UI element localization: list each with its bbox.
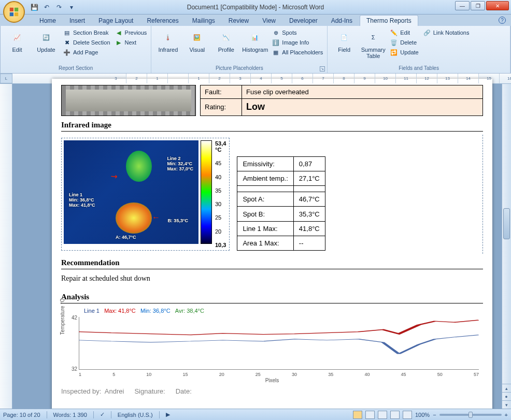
proofing-icon[interactable]: ✓ xyxy=(100,411,105,418)
sigma-icon: Σ xyxy=(365,29,381,46)
visual-icon: 🖼️ xyxy=(189,29,205,46)
rating-label: Rating: xyxy=(201,98,242,115)
qat-dropdown-icon[interactable]: ▾ xyxy=(66,2,77,12)
previous-button[interactable]: ◀Previous xyxy=(113,28,148,37)
visual-button[interactable]: 🖼️Visual xyxy=(183,28,210,54)
maximize-button[interactable]: ❐ xyxy=(471,1,485,10)
quick-access-toolbar: 💾 ↶ ↷ ▾ xyxy=(29,2,77,12)
infrared-icon: 🌡️ xyxy=(160,29,176,46)
infrared-button[interactable]: 🌡️Infrared xyxy=(154,28,181,54)
infrared-placeholder[interactable]: Line 2 Min: 32,4°C Max: 37,0°C Line 1 Mi… xyxy=(61,138,230,251)
recommendation-title: Recommendation xyxy=(61,257,483,269)
edit-chart-icon: 📈 xyxy=(9,29,25,46)
undo-icon[interactable]: ↶ xyxy=(41,2,52,12)
vertical-ruler[interactable] xyxy=(0,84,12,409)
group-report-section: Report Section xyxy=(4,65,148,72)
link-notations-button[interactable]: 🔗Link Notations xyxy=(422,28,471,37)
footer-row: Inspected by: Andrei Signature: Date: xyxy=(61,387,483,395)
update-button[interactable]: 🔄Update xyxy=(33,28,60,54)
delete-field-button[interactable]: 🗑️Delete xyxy=(389,38,419,47)
chart-xticks: 1510152025303540455057 xyxy=(79,372,479,377)
color-scale-bar xyxy=(201,140,212,244)
browse-object-icon[interactable]: ● xyxy=(502,392,511,400)
status-page[interactable]: Page: 10 of 20 xyxy=(3,412,40,418)
page[interactable]: Fault:Fuse clip overheated Rating:Low In… xyxy=(52,79,492,411)
line2-label: Line 2 Min: 32,4°C Max: 37,0°C xyxy=(167,156,193,171)
tab-insert[interactable]: Insert xyxy=(63,16,91,26)
help-icon[interactable]: ? xyxy=(499,17,506,24)
spot-b-label: B: 35,3°C xyxy=(167,218,188,223)
tab-add-ins[interactable]: Add-Ins xyxy=(325,16,359,26)
document-area[interactable]: Fault:Fuse clip overheated Rating:Low In… xyxy=(0,84,511,409)
full-screen-view-button[interactable] xyxy=(365,411,375,419)
field-button[interactable]: 📄Field xyxy=(331,28,358,54)
next-page-icon[interactable]: ▾ xyxy=(502,400,511,409)
web-layout-view-button[interactable] xyxy=(378,411,387,419)
macro-icon[interactable]: ▶ xyxy=(166,411,170,418)
zoom-slider[interactable] xyxy=(439,414,502,416)
tab-view[interactable]: View xyxy=(256,16,282,26)
histogram-icon: 📊 xyxy=(247,29,263,46)
section-break-button[interactable]: ▤Section Break xyxy=(62,28,111,37)
svg-rect-0 xyxy=(10,8,13,11)
save-icon[interactable]: 💾 xyxy=(29,2,39,12)
zoom-out-button[interactable]: − xyxy=(433,412,436,418)
edit-field-button[interactable]: ✏️Edit xyxy=(389,28,419,37)
spots-button[interactable]: ⊕Spots xyxy=(271,28,324,37)
chart-legend: Line 1 Max: 41,8°C Min: 36,8°C Avr: 38,4… xyxy=(84,308,481,314)
office-button[interactable] xyxy=(3,1,25,23)
all-placeholders-button[interactable]: ▦All Placeholders xyxy=(271,48,324,57)
delete-section-button[interactable]: ✖Delete Section xyxy=(62,38,111,47)
visual-photo xyxy=(61,85,196,116)
chart-xlabel: Pixels xyxy=(265,378,279,383)
zoom-in-button[interactable]: + xyxy=(505,412,508,418)
histogram-button[interactable]: 📊Histogram xyxy=(242,28,268,54)
vertical-scrollbar[interactable]: ▴ ● ▾ xyxy=(502,84,511,409)
chart-lines xyxy=(79,317,479,370)
draft-view-button[interactable] xyxy=(403,411,412,419)
next-button[interactable]: ▶Next xyxy=(113,38,148,47)
delete-section-icon: ✖ xyxy=(63,38,71,47)
tab-home[interactable]: Home xyxy=(33,16,62,26)
minimize-button[interactable]: — xyxy=(455,1,470,10)
previous-icon: ◀ xyxy=(115,28,123,37)
scrollbar-thumb[interactable] xyxy=(503,208,510,239)
update-field-button[interactable]: 🔁Update xyxy=(389,48,419,57)
add-page-button[interactable]: ➕Add Page xyxy=(62,48,111,57)
tab-developer[interactable]: Developer xyxy=(283,16,324,26)
status-language[interactable]: English (U.S.) xyxy=(118,412,153,418)
spot-a-label: A: 46,7°C xyxy=(116,235,136,240)
close-button[interactable]: ✕ xyxy=(486,1,509,10)
fault-value: Fuse clip overheated xyxy=(242,85,483,99)
delete-icon: 🗑️ xyxy=(390,38,398,47)
title-bar: 💾 ↶ ↷ ▾ Document1 [Compatibility Mode] -… xyxy=(0,0,511,15)
spots-icon: ⊕ xyxy=(272,28,280,37)
tab-page-layout[interactable]: Page Layout xyxy=(92,16,139,26)
outline-view-button[interactable] xyxy=(390,411,400,419)
group-picture-placeholders: Picture Placeholders↘ xyxy=(154,65,324,72)
measurement-table: Emissivity:0,87 Ambient temp.:27,1°C Spo… xyxy=(237,156,325,251)
print-layout-view-button[interactable] xyxy=(353,411,362,419)
group-fields-tables: Fields and Tables xyxy=(331,65,507,72)
tab-mailings[interactable]: Mailings xyxy=(186,16,221,26)
edit-button[interactable]: 📈Edit xyxy=(4,28,31,54)
redo-icon[interactable]: ↷ xyxy=(54,2,64,12)
launcher-icon[interactable]: ↘ xyxy=(320,66,325,71)
tab-review[interactable]: Review xyxy=(222,16,255,26)
tab-references[interactable]: References xyxy=(140,16,184,26)
pencil-icon: ✏️ xyxy=(390,28,398,37)
infrared-title: Infrared image xyxy=(61,119,483,132)
prev-page-icon[interactable]: ▴ xyxy=(502,384,511,392)
arrow-icon: ← xyxy=(152,213,160,222)
summary-table-button[interactable]: ΣSummary Table xyxy=(360,28,387,60)
profile-button[interactable]: 📉Profile xyxy=(212,28,239,54)
recommendation-text: Repair at scheduled shut down xyxy=(61,269,483,288)
image-info-button[interactable]: ℹ️Image Info xyxy=(271,38,324,47)
status-bar: Page: 10 of 20 Words: 1 390 ✓ English (U… xyxy=(0,409,511,420)
svg-rect-2 xyxy=(10,12,13,16)
status-words[interactable]: Words: 1 390 xyxy=(53,412,87,418)
status-zoom[interactable]: 100% xyxy=(415,412,430,418)
tab-thermo-reports[interactable]: Thermo Reports xyxy=(360,15,418,26)
update-icon: 🔄 xyxy=(38,29,54,46)
ruler-corner: L xyxy=(0,74,12,83)
